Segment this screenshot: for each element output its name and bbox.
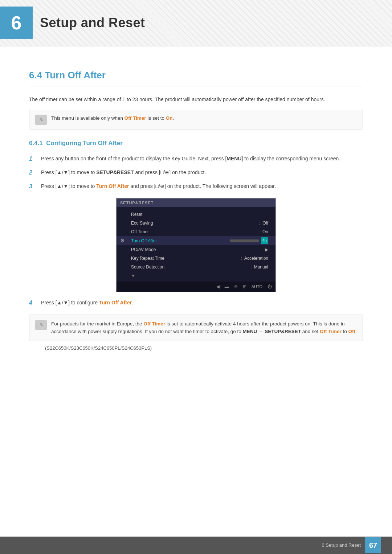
nav-icon-4: ⊞ xyxy=(243,283,246,290)
progress-indicator: 4h xyxy=(230,237,268,244)
chapter-title: Setup and Reset xyxy=(40,13,145,33)
monitor-menu: Reset Eco Saving : Off Off Timer : On ⚙ … xyxy=(117,207,275,282)
note-box-2: ✎ For products for the market in Europe,… xyxy=(29,315,363,341)
nav-icon-3: ⊕ xyxy=(234,283,238,290)
progress-bar xyxy=(230,239,259,242)
nav-icon-1: ◀ xyxy=(216,283,220,290)
menu-item-key-repeat: Key Repeat Time : Acceleration xyxy=(117,254,275,263)
nav-icon-2: ▬ xyxy=(225,283,229,290)
note-text-2: For products for the market in Europe, t… xyxy=(51,320,357,336)
section-heading: Turn Off After xyxy=(45,70,106,81)
footer-label: 6 Setup and Reset xyxy=(322,542,361,549)
arrow-right-icon: ▶ xyxy=(265,246,268,253)
power-icon: ⏻ xyxy=(268,283,272,290)
page-number: 67 xyxy=(365,537,381,553)
menu-item-more: ▼ xyxy=(117,271,275,280)
main-content: 6.4 Turn Off After The off timer can be … xyxy=(0,57,392,374)
menu-item-turn-off-after: ⚙ Turn Off After : 4h xyxy=(117,236,275,245)
subsection-title: 6.4.1 Configuring Turn Off After xyxy=(29,139,363,148)
page-footer: 6 Setup and Reset 67 xyxy=(0,537,392,554)
gear-icon: ⚙ xyxy=(120,237,125,245)
intro-paragraph: The off timer can be set within a range … xyxy=(29,95,363,103)
auto-label: AUTO xyxy=(252,284,262,290)
step-3: 3 Press [▲/▼] to move to Turn Off After … xyxy=(29,182,363,191)
monitor-titlebar: SETUP&RESET xyxy=(117,198,275,208)
menu-item-off-timer: Off Timer : On xyxy=(117,227,275,236)
menu-item-eco-saving: Eco Saving : Off xyxy=(117,219,275,227)
progress-value: 4h xyxy=(261,237,268,244)
menu-item-source-detection: Source Detection : Manual xyxy=(117,263,275,271)
step-1: 1 Press any button on the front of the p… xyxy=(29,155,363,163)
step-4-area: 4 Press [▲/▼] to configure Turn Off Afte… xyxy=(29,299,363,307)
menu-item-pcav-mode: PC/AV Mode ▶ xyxy=(117,245,275,254)
menu-item-reset: Reset xyxy=(117,210,275,219)
note-text-1: This menu is available only when Off Tim… xyxy=(51,115,174,122)
section-number: 6.4 xyxy=(29,70,42,81)
chapter-number: 6 xyxy=(0,7,33,39)
section-title: 6.4 Turn Off After xyxy=(29,68,363,86)
steps-list: 1 Press any button on the front of the p… xyxy=(29,155,363,191)
step-2: 2 Press [▲/▼] to move to SETUP&RESET and… xyxy=(29,168,363,177)
model-note: (S22C650K/S23C650K/S24C650PL/S24C650PLS) xyxy=(45,345,363,352)
step-4: 4 Press [▲/▼] to configure Turn Off Afte… xyxy=(29,299,363,307)
monitor-screenshot: SETUP&RESET Reset Eco Saving : Off Off T… xyxy=(116,198,276,292)
down-arrow-icon: ▼ xyxy=(131,272,135,279)
note-icon: ✎ xyxy=(35,115,47,125)
note-icon-2: ✎ xyxy=(35,320,47,330)
monitor-bottom-bar: ◀ ▬ ⊕ ⊞ AUTO ⏻ xyxy=(117,282,275,292)
chapter-header: 6 Setup and Reset xyxy=(0,0,392,46)
note-box-1: ✎ This menu is available only when Off T… xyxy=(29,110,363,130)
